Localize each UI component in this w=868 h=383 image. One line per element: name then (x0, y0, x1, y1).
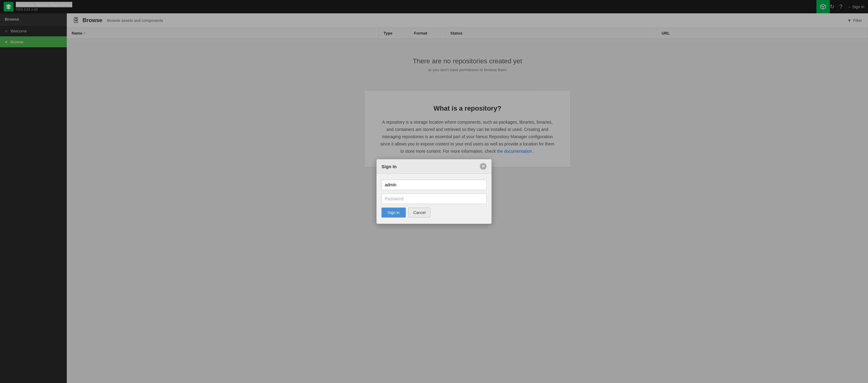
modal-title: Sign In (381, 164, 397, 169)
password-input[interactable] (381, 194, 487, 204)
modal-header: Sign In ✕ (377, 160, 491, 174)
modal-actions: Sign in Cancel (381, 208, 487, 217)
password-field-container (381, 194, 487, 204)
signin-modal: Sign In ✕ Sign in Cancel (376, 159, 492, 224)
modal-body: Sign in Cancel (377, 174, 491, 223)
modal-close-button[interactable]: ✕ (480, 163, 487, 170)
username-field-container (381, 180, 487, 190)
cancel-button[interactable]: Cancel (408, 208, 431, 217)
modal-overlay: Sign In ✕ Sign in Cancel (0, 0, 868, 383)
signin-button[interactable]: Sign in (381, 208, 406, 217)
username-input[interactable] (381, 180, 487, 190)
